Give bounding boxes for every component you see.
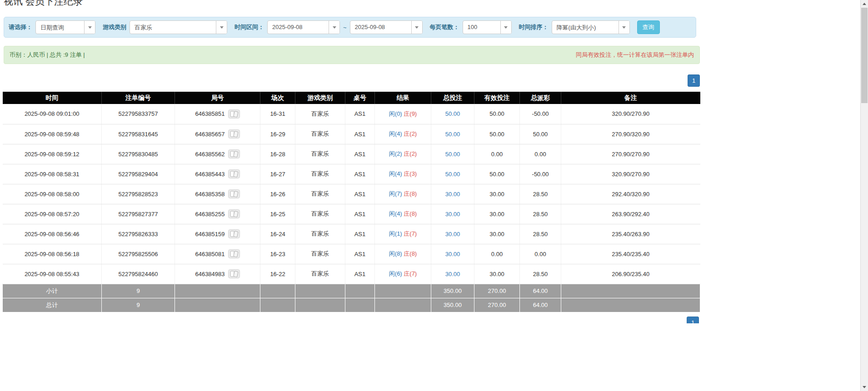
- query-type-value: 日期查询: [36, 21, 84, 34]
- cell-valid-bet: 50.00: [474, 164, 520, 184]
- cell-payout: -50.00: [520, 104, 561, 124]
- chevron-down-icon[interactable]: [329, 21, 339, 34]
- cell-bet-id: 522795828523: [102, 184, 175, 204]
- view-round-cards-icon[interactable]: [228, 149, 240, 158]
- cell-bet-id: 522795830485: [102, 144, 175, 164]
- total-bet-link[interactable]: 30.00: [445, 191, 460, 198]
- result-banker: 庄(7): [404, 270, 417, 277]
- cell-result: 闲(4) 庄(3): [375, 164, 431, 184]
- header-session: 场次: [260, 92, 295, 104]
- cell-total-bet: 50.00: [431, 164, 474, 184]
- cell-time: 2025-09-08 08:58:00: [3, 184, 102, 204]
- cell-session: 16-27: [260, 164, 295, 184]
- header-result: 结果: [375, 92, 431, 104]
- cell-table-no: AS1: [345, 104, 375, 124]
- cell-time: 2025-09-08 08:55:43: [3, 264, 102, 284]
- currency-summary-text: 币别：人民币 | 总共 :9 注单 |: [10, 51, 85, 59]
- round-id-text: 646385255: [195, 211, 224, 218]
- total-bet-link[interactable]: 30.00: [445, 271, 460, 277]
- cell-bet-id: 522795825506: [102, 244, 175, 264]
- cell-game-type: 百家乐: [295, 204, 345, 224]
- cell-table-no: AS1: [345, 144, 375, 164]
- cell-result: 闲(8) 庄(8): [375, 244, 431, 264]
- page-button-1[interactable]: 1: [688, 74, 700, 87]
- cell-game-type: 百家乐: [295, 264, 345, 284]
- query-type-select[interactable]: 日期查询: [35, 20, 95, 34]
- subtotal-valid-bet: 270.00: [474, 284, 520, 298]
- result-player: 闲(8): [389, 250, 402, 257]
- subtotal-label: 小计: [3, 284, 102, 298]
- page-size-select[interactable]: 100: [463, 20, 512, 34]
- cell-valid-bet: 30.00: [474, 264, 520, 284]
- chevron-down-icon[interactable]: [411, 21, 422, 34]
- result-banker: 庄(2): [404, 150, 417, 157]
- cell-bet-id: 522795833757: [102, 104, 175, 124]
- result-banker: 庄(3): [404, 170, 417, 177]
- table-body: 2025-09-08 09:01:00 522795833757 6463858…: [3, 104, 700, 284]
- cell-bet-id: 522795829404: [102, 164, 175, 184]
- cell-payout: 28.50: [520, 224, 561, 244]
- view-round-cards-icon[interactable]: [228, 189, 240, 198]
- view-round-cards-icon[interactable]: [228, 209, 240, 218]
- cell-session: 16-28: [260, 144, 295, 164]
- vertical-scrollbar[interactable]: [860, 0, 868, 391]
- date-to-value: 2025-09-08: [350, 21, 411, 34]
- time-range-label: 时间区间：: [234, 23, 264, 31]
- pagination-bottom: 1: [687, 317, 699, 323]
- round-id-text: 646385657: [195, 131, 224, 138]
- cell-bet-id: 522795826333: [102, 224, 175, 244]
- page-button-1-bottom[interactable]: 1: [687, 317, 699, 323]
- cell-game-type: 百家乐: [295, 104, 345, 124]
- total-bet-link[interactable]: 50.00: [445, 131, 460, 138]
- total-bet-link[interactable]: 30.00: [445, 231, 460, 238]
- cell-table-no: AS1: [345, 264, 375, 284]
- chevron-down-icon[interactable]: [500, 21, 511, 34]
- chevron-down-icon[interactable]: [84, 21, 95, 34]
- cell-payout: 28.50: [520, 204, 561, 224]
- table-row: 2025-09-08 08:55:43 522795824460 6463849…: [3, 264, 700, 284]
- filter-bar: 请选择： 日期查询 游戏类别 百家乐 时间区间： 2025-09-08 ~ 20…: [4, 17, 696, 38]
- total-bet-link[interactable]: 30.00: [445, 211, 460, 218]
- cell-valid-bet: 50.00: [474, 104, 520, 124]
- total-valid-bet: 270.00: [474, 298, 520, 312]
- view-round-cards-icon[interactable]: [228, 169, 240, 178]
- game-type-label: 游戏类别: [103, 23, 126, 31]
- cell-session: 16-24: [260, 224, 295, 244]
- cell-bet-id: 522795827377: [102, 204, 175, 224]
- cell-note: 292.40/320.90: [561, 184, 700, 204]
- cell-table-no: AS1: [345, 224, 375, 244]
- header-payout: 总派彩: [520, 92, 561, 104]
- scroll-up-button[interactable]: [861, 0, 868, 8]
- chevron-down-icon[interactable]: [216, 21, 227, 34]
- round-id-text: 646385443: [195, 171, 224, 178]
- round-id-text: 646385562: [195, 151, 224, 158]
- chevron-down-icon[interactable]: [619, 21, 629, 34]
- scrollbar-thumb[interactable]: [861, 8, 868, 103]
- total-bet-link[interactable]: 50.00: [445, 151, 460, 158]
- total-bet-link[interactable]: 50.00: [445, 171, 460, 178]
- view-round-cards-icon[interactable]: [228, 249, 240, 258]
- game-type-select[interactable]: 百家乐: [130, 20, 227, 34]
- cell-round-id: 646385159: [175, 224, 260, 244]
- search-button[interactable]: 查询: [637, 20, 660, 34]
- view-round-cards-icon[interactable]: [228, 109, 240, 119]
- date-from-select[interactable]: 2025-09-08: [267, 20, 340, 34]
- scroll-down-button[interactable]: [861, 383, 868, 391]
- view-round-cards-icon[interactable]: [228, 129, 240, 139]
- view-round-cards-icon[interactable]: [228, 229, 240, 238]
- sort-select[interactable]: 降冪(由大到小): [552, 20, 630, 34]
- total-bet-link[interactable]: 50.00: [445, 110, 460, 117]
- cell-game-type: 百家乐: [295, 244, 345, 264]
- view-round-cards-icon[interactable]: [228, 269, 240, 278]
- result-banker: 庄(7): [404, 230, 417, 237]
- cell-payout: 50.00: [520, 124, 561, 144]
- date-to-select[interactable]: 2025-09-08: [350, 20, 423, 34]
- cell-session: 16-22: [260, 264, 295, 284]
- table-row: 2025-09-08 08:57:20 522795827377 6463852…: [3, 204, 700, 224]
- header-round-id: 局号: [175, 92, 260, 104]
- total-bet-link[interactable]: 30.00: [445, 251, 460, 257]
- table-row: 2025-09-08 08:56:46 522795826333 6463851…: [3, 224, 700, 244]
- result-banker: 庄(2): [404, 130, 417, 137]
- total-label: 总计: [3, 298, 102, 312]
- result-player: 闲(6): [389, 270, 402, 277]
